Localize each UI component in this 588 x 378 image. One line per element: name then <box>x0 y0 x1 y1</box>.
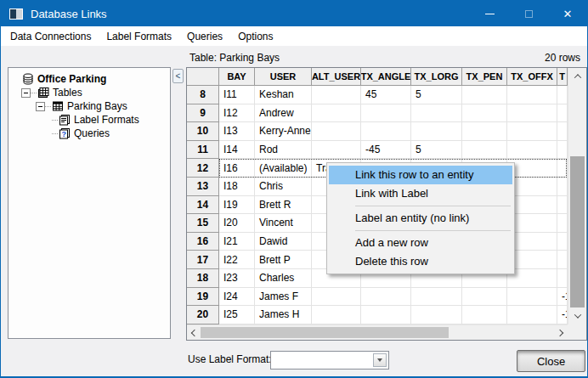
row-number[interactable]: 14 <box>187 196 219 215</box>
grid-cell[interactable] <box>462 288 507 307</box>
grid-cell[interactable] <box>312 306 361 324</box>
row-number[interactable]: 11 <box>187 141 219 160</box>
grid-cell[interactable]: -45 <box>361 141 411 160</box>
row-number[interactable]: 9 <box>187 104 219 123</box>
grid-cell[interactable] <box>507 86 557 104</box>
grid-cell[interactable] <box>557 141 568 160</box>
grid-cell[interactable]: I23 <box>219 269 255 288</box>
grid-cell[interactable]: James F <box>255 288 312 307</box>
grid-cell[interactable] <box>557 122 568 141</box>
tree-item-label-formats[interactable]: Label Formats <box>8 113 170 127</box>
label-format-combobox[interactable] <box>270 351 389 370</box>
row-number[interactable]: 10 <box>187 122 219 141</box>
grid-cell[interactable]: Rod <box>255 141 312 160</box>
grid-cell[interactable]: I14 <box>219 141 255 160</box>
grid-cell[interactable] <box>462 86 507 104</box>
column-header-tx_angle[interactable]: TX_ANGLE <box>361 68 411 86</box>
grid-cell[interactable]: I16 <box>219 159 255 178</box>
grid-cell[interactable]: I21 <box>219 233 255 251</box>
menu-queries[interactable]: Queries <box>179 27 230 46</box>
grid-cell[interactable] <box>312 86 361 104</box>
row-number[interactable]: 8 <box>187 86 219 104</box>
grid-cell[interactable]: I24 <box>219 288 255 307</box>
close-window-button[interactable]: ✕ <box>548 1 587 26</box>
scroll-up-button[interactable] <box>568 71 586 82</box>
context-menu-item[interactable]: Link with Label <box>329 184 512 203</box>
row-number[interactable]: 18 <box>187 269 219 288</box>
grid-cell[interactable]: (Available) <box>255 159 312 178</box>
tree-item-parking-bays[interactable]: Parking Bays <box>8 99 170 113</box>
grid-cell[interactable]: Brett R <box>255 196 312 215</box>
grid-cell[interactable] <box>507 288 557 307</box>
menu-options[interactable]: Options <box>230 27 280 46</box>
combobox-dropdown-button[interactable] <box>373 353 387 367</box>
row-number[interactable]: 13 <box>187 178 219 196</box>
grid-cell[interactable]: -1 <box>557 306 568 324</box>
row-number[interactable]: 20 <box>187 306 219 324</box>
vertical-scrollbar[interactable] <box>568 68 586 324</box>
grid-cell[interactable]: Andrew <box>255 104 312 123</box>
tree-collapse-button[interactable]: < <box>172 69 184 83</box>
grid-cell[interactable]: I11 <box>219 86 255 104</box>
grid-cell[interactable]: Vincent <box>255 214 312 233</box>
context-menu-item[interactable]: Delete this row <box>329 252 512 271</box>
grid-cell[interactable] <box>557 196 568 215</box>
grid-cell[interactable] <box>507 122 557 141</box>
grid-cell[interactable] <box>557 178 568 196</box>
column-header-tx_offx[interactable]: TX_OFFX <box>507 68 557 86</box>
grid-cell[interactable]: 45 <box>361 86 411 104</box>
grid-cell[interactable] <box>557 159 568 178</box>
grid-cell[interactable]: Kerry-Anne <box>255 122 312 141</box>
close-button[interactable]: Close <box>517 350 585 372</box>
grid-cell[interactable]: Keshan <box>255 86 312 104</box>
grid-cell[interactable] <box>312 104 361 123</box>
collapse-expander-icon[interactable] <box>21 88 31 98</box>
vertical-scroll-thumb[interactable] <box>570 156 585 307</box>
column-header-tx_pen[interactable]: TX_PEN <box>462 68 507 86</box>
tree-item-office-parking[interactable]: Office Parking <box>8 72 170 86</box>
minimize-button[interactable] <box>470 1 509 26</box>
grid-cell[interactable]: I20 <box>219 214 255 233</box>
grid-cell[interactable] <box>361 306 411 324</box>
column-header-tx_lorg[interactable]: TX_LORG <box>411 68 462 86</box>
grid-cell[interactable] <box>557 214 568 233</box>
tree-item-queries[interactable]: ? Queries <box>8 127 170 140</box>
grid-cell[interactable] <box>361 288 411 307</box>
grid-cell[interactable] <box>312 122 361 141</box>
column-header-alt_user[interactable]: ALT_USER <box>312 68 361 86</box>
row-number-header[interactable] <box>187 68 219 86</box>
horizontal-scroll-thumb[interactable] <box>201 327 449 338</box>
context-menu-item[interactable]: Label an entity (no link) <box>329 209 512 228</box>
row-number[interactable]: 17 <box>187 251 219 269</box>
grid-cell[interactable] <box>361 122 411 141</box>
context-menu-item[interactable]: Add a new row <box>329 234 512 252</box>
row-number[interactable]: 12 <box>187 159 219 178</box>
grid-cell[interactable]: I13 <box>219 122 255 141</box>
scroll-left-button[interactable] <box>189 325 200 340</box>
grid-cell[interactable] <box>462 306 507 324</box>
grid-cell[interactable]: Dawid <box>255 233 312 251</box>
context-menu-item[interactable]: Link this row to an entity <box>329 166 512 184</box>
grid-cell[interactable]: I19 <box>219 196 255 215</box>
grid-cell[interactable]: 5 <box>411 86 462 104</box>
grid-cell[interactable] <box>462 104 507 123</box>
grid-cell[interactable]: Brett P <box>255 251 312 269</box>
grid-cell[interactable] <box>312 288 361 307</box>
grid-cell[interactable]: I25 <box>219 306 255 324</box>
grid-cell[interactable] <box>312 141 361 160</box>
grid-cell[interactable]: James H <box>255 306 312 324</box>
grid-cell[interactable] <box>507 306 557 324</box>
grid-cell[interactable]: Charles <box>255 269 312 288</box>
scroll-right-button[interactable] <box>555 325 565 340</box>
grid-cell[interactable] <box>557 233 568 251</box>
collapse-expander-icon[interactable] <box>36 102 45 111</box>
grid-cell[interactable]: I18 <box>219 178 255 196</box>
grid-cell[interactable] <box>462 141 507 160</box>
menu-data-connections[interactable]: Data Connections <box>3 27 99 46</box>
column-header-bay[interactable]: BAY <box>219 68 255 86</box>
grid-cell[interactable] <box>411 104 462 123</box>
grid-cell[interactable] <box>507 141 557 160</box>
column-header-t[interactable]: T <box>557 68 568 86</box>
grid-cell[interactable]: I22 <box>219 251 255 269</box>
grid-cell[interactable] <box>557 269 568 288</box>
